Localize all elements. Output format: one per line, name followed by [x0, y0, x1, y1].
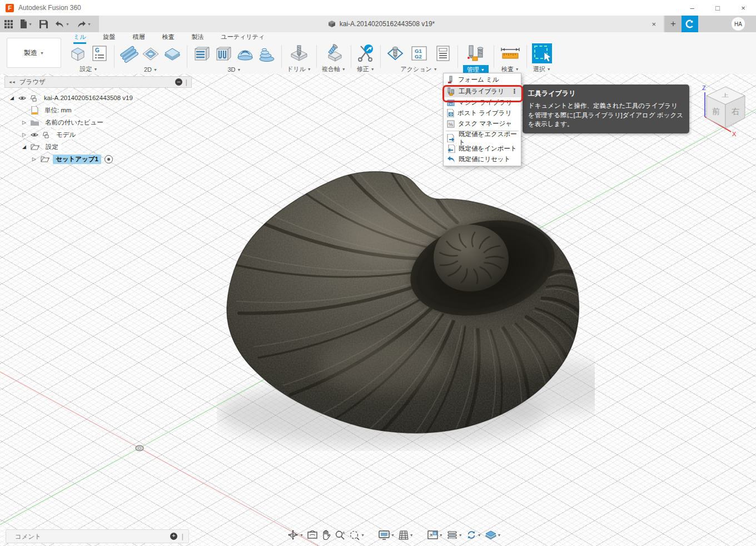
undo-button[interactable]: ▼ — [55, 21, 69, 28]
post-process-icon[interactable]: G1G2 — [410, 44, 429, 63]
collapsed-icon[interactable]: ▷ — [21, 132, 27, 137]
data-panel-button[interactable] — [4, 20, 13, 28]
workspace-label: 製造 — [24, 48, 37, 58]
tab-mill[interactable]: ミル — [73, 33, 86, 44]
tree-row-model[interactable]: ▷ モデル — [4, 128, 192, 141]
group-label-drill[interactable]: ドリル▼ — [287, 65, 311, 73]
menu-item-task-manager[interactable]: % タスク マネージャ — [444, 118, 521, 129]
file-menu-button[interactable]: ▼ — [20, 19, 32, 28]
window-controls: – □ × — [679, 0, 756, 16]
maximize-button[interactable]: □ — [705, 0, 730, 16]
new-tab-button[interactable]: + — [665, 16, 682, 32]
simulate-icon[interactable] — [386, 44, 405, 63]
tab-inspection[interactable]: 検査 — [162, 33, 175, 44]
expanded-icon[interactable]: ◢ — [21, 144, 27, 150]
tab-utilities[interactable]: ユーティリティ — [221, 33, 265, 44]
app-toolbar: ▼ ▼ ▼ kai-A.20140205162443508 v19* × + ?… — [0, 16, 756, 32]
ammonite-model[interactable] — [217, 165, 595, 451]
caret-down-icon: ▼ — [40, 51, 44, 55]
cube-faces[interactable]: 上 前 右 — [707, 87, 745, 128]
grid-snap-button[interactable]: ▼ — [399, 530, 414, 540]
group-label-setup[interactable]: 設定▼ — [80, 65, 98, 73]
2d-contour-icon[interactable] — [163, 44, 182, 63]
minimize-button[interactable]: – — [679, 0, 705, 16]
measure-icon[interactable] — [499, 44, 521, 63]
3d-pocket-icon[interactable] — [214, 44, 233, 63]
comment-input[interactable] — [11, 533, 167, 540]
look-at-button[interactable] — [307, 530, 317, 539]
form-mill-icon — [447, 76, 455, 84]
minimize-panel-icon[interactable]: – — [175, 78, 182, 86]
3d-spiral-icon[interactable] — [257, 44, 276, 63]
document-tab-close-button[interactable]: × — [651, 16, 656, 32]
document-cube-icon — [328, 20, 336, 28]
active-setup-radio[interactable] — [105, 155, 113, 163]
group-label-inspect[interactable]: 検査▼ — [501, 65, 519, 73]
select-icon[interactable] — [532, 43, 552, 63]
panel-resize-handle[interactable]: ∣ — [185, 78, 188, 86]
eye-icon[interactable] — [18, 96, 26, 101]
menu-item-import-defaults[interactable]: 既定値をインポート — [444, 143, 521, 154]
comment-resize-handle[interactable]: ∣ — [181, 533, 184, 540]
menu-item-reset-defaults[interactable]: 既定値にリセット — [444, 154, 521, 165]
fusion-home-button[interactable] — [682, 16, 698, 32]
save-button[interactable] — [39, 20, 48, 28]
tree-row-settings[interactable]: ◢ 設定 — [4, 141, 192, 153]
redo-button[interactable]: ▼ — [77, 21, 91, 28]
menu-item-post-library[interactable]: G ポスト ライブラリ — [444, 108, 521, 118]
collapse-panel-icon[interactable]: ◄◄ — [8, 80, 15, 84]
more-options-icon[interactable]: ⋮ — [511, 87, 518, 95]
new-setup-icon[interactable] — [68, 44, 87, 63]
add-comment-icon[interactable]: + — [170, 533, 177, 540]
ribbon-separator — [380, 45, 381, 68]
group-label-action[interactable]: アクション▼ — [401, 65, 437, 73]
modify-icon[interactable] — [356, 44, 375, 63]
refresh-button[interactable]: ▼ — [466, 530, 481, 539]
account-avatar[interactable]: HA — [732, 17, 745, 31]
tree-row-named-views[interactable]: ▷ 名前の付いたビュー — [4, 116, 192, 128]
3d-adaptive-icon[interactable] — [192, 44, 211, 63]
tree-row-document[interactable]: ◢ kai-A.20140205162443508 v19 — [4, 92, 192, 104]
2d-face-icon[interactable] — [120, 44, 138, 63]
pan-button[interactable] — [321, 530, 331, 540]
group-action: G1G2 アクション▼ — [383, 43, 455, 73]
ncprogram-icon[interactable]: G — [90, 44, 109, 63]
multi-sheet-button[interactable]: ▼ — [447, 531, 462, 539]
multiaxis-icon[interactable] — [324, 44, 343, 63]
menu-item-export-defaults[interactable]: 既定値をエクスポート — [444, 133, 521, 143]
close-button[interactable]: × — [730, 0, 756, 16]
menu-item-tool-library[interactable]: 工具ライブラリ ⋮ — [444, 85, 521, 97]
eye-icon[interactable] — [31, 132, 38, 137]
tab-additive[interactable]: 積層 — [133, 33, 145, 44]
viewport-canvas[interactable]: ◄◄ ブラウザ – ∣ ◢ kai-A.20140205162443508 v1… — [0, 74, 756, 546]
view-cube[interactable]: Z X 上 前 右 — [691, 82, 753, 143]
collapsed-icon[interactable]: ▷ — [31, 156, 37, 162]
visual-style-button[interactable]: ▼ — [485, 530, 501, 539]
zoom-button[interactable]: ± — [335, 530, 345, 540]
tree-row-setup1[interactable]: ▷ セットアップ1 — [4, 153, 192, 165]
display-settings-button[interactable]: ▼ — [379, 530, 395, 540]
2d-pocket-icon[interactable] — [141, 44, 160, 63]
setup-sheet-icon[interactable] — [434, 44, 452, 63]
tool-library-big-icon[interactable] — [465, 43, 487, 63]
tab-fabrication[interactable]: 製法 — [192, 33, 204, 44]
group-label-3d[interactable]: 3D▼ — [228, 66, 241, 73]
tooltip-body: ドキュメントと操作、定義された工具のライブラリを管理する際に[工具ライブラリ]ダ… — [528, 101, 684, 129]
group-label-select[interactable]: 選択▼ — [533, 65, 551, 73]
viewport-layout-button[interactable]: ▼ — [427, 530, 443, 539]
expanded-icon[interactable]: ◢ — [9, 95, 15, 101]
tree-row-units[interactable]: 単位: mm — [4, 104, 192, 116]
workspace-selector[interactable]: 製造 ▼ — [7, 38, 61, 68]
group-label-multiaxis[interactable]: 複合軸▼ — [322, 65, 346, 73]
document-tab[interactable]: kai-A.20140205162443508 v19* × — [99, 16, 664, 32]
tab-turning[interactable]: 旋盤 — [103, 33, 116, 44]
orbit-button[interactable]: ▼ — [288, 530, 304, 540]
menu-item-machine-library[interactable]: マシン ライブラリ — [444, 97, 521, 108]
group-label-2d[interactable]: 2D▼ — [144, 66, 157, 73]
3d-scallop-icon[interactable] — [236, 44, 255, 63]
drill-icon[interactable] — [290, 44, 309, 63]
menu-item-form-mill[interactable]: フォーム ミル — [444, 75, 521, 85]
group-label-modify[interactable]: 修正▼ — [357, 65, 375, 73]
zoom-window-button[interactable]: ▼ — [349, 530, 365, 540]
collapsed-icon[interactable]: ▷ — [21, 120, 27, 125]
